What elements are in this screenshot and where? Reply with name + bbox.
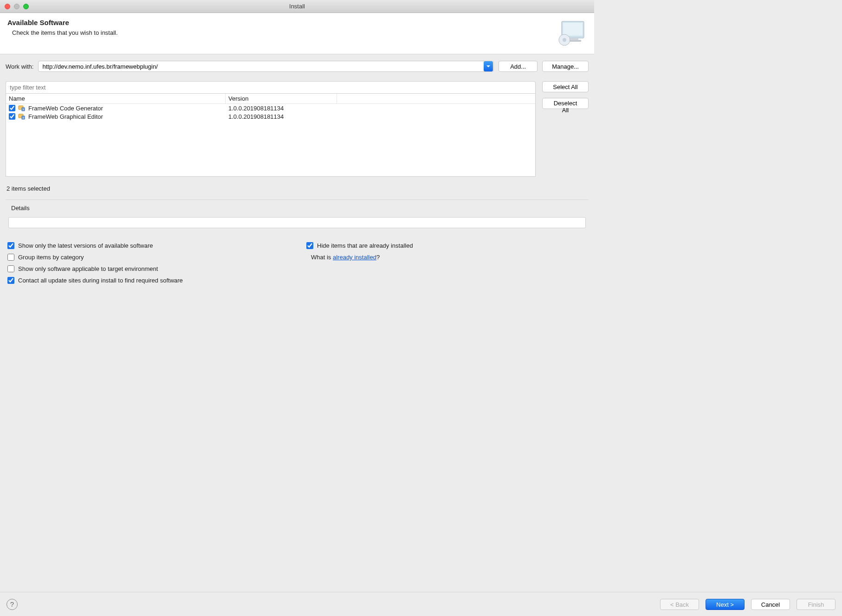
dialog-header: Available Software Check the items that …: [0, 13, 594, 54]
item-checkbox[interactable]: [9, 113, 15, 120]
details-group: Details: [6, 199, 589, 234]
opt-show-applicable[interactable]: Show only software applicable to target …: [7, 265, 288, 272]
item-version: 1.0.0.201908181134: [228, 105, 532, 112]
item-name: FrameWeb Code Generator: [28, 105, 103, 112]
table-row[interactable]: FrameWeb Code Generator 1.0.0.2019081811…: [6, 104, 535, 112]
filter-input[interactable]: [6, 81, 536, 93]
item-name: FrameWeb Graphical Editor: [28, 113, 103, 120]
work-with-label: Work with:: [6, 63, 33, 70]
deselect-all-button[interactable]: Deselect All: [542, 98, 589, 109]
col-version[interactable]: Version: [226, 94, 337, 103]
item-checkbox[interactable]: [9, 105, 15, 111]
titlebar: Install: [0, 0, 594, 13]
opt-contact-sites-checkbox[interactable]: [7, 277, 14, 284]
close-window-button[interactable]: [5, 4, 10, 9]
window-title: Install: [0, 3, 594, 10]
opt-contact-sites[interactable]: Contact all update sites during install …: [7, 277, 288, 284]
zoom-window-button[interactable]: [23, 4, 29, 9]
chevron-down-icon[interactable]: [484, 61, 493, 71]
opt-group-category[interactable]: Group items by category: [7, 254, 288, 261]
opt-group-category-checkbox[interactable]: [7, 254, 14, 261]
side-button-column: Select All Deselect All: [542, 81, 589, 177]
work-with-combo[interactable]: [38, 61, 494, 72]
software-tree[interactable]: Name Version FrameWeb Code Generator: [6, 93, 536, 177]
already-installed-hint: What is already installed?: [311, 254, 587, 261]
item-version: 1.0.0.201908181134: [228, 113, 532, 120]
manage-sites-button[interactable]: Manage...: [542, 61, 589, 72]
options-area: Show only the latest versions of availab…: [6, 234, 589, 292]
col-name[interactable]: Name: [6, 94, 226, 103]
svg-rect-1: [563, 23, 583, 36]
add-site-button[interactable]: Add...: [499, 61, 538, 72]
traffic-lights: [5, 4, 29, 9]
install-wizard-icon: [557, 19, 587, 48]
minimize-window-button[interactable]: [14, 4, 19, 9]
feature-icon: [18, 113, 26, 120]
tree-header: Name Version: [6, 94, 535, 104]
main-content: Work with: Add... Manage... Name Version: [0, 54, 594, 296]
details-text[interactable]: [8, 217, 586, 228]
page-subtitle: Check the items that you wish to install…: [7, 29, 118, 36]
software-table-area: Name Version FrameWeb Code Generator: [6, 81, 589, 177]
work-with-row: Work with: Add... Manage...: [6, 61, 589, 72]
details-label: Details: [11, 205, 586, 212]
select-all-button[interactable]: Select All: [542, 81, 589, 92]
feature-icon: [18, 104, 26, 112]
opt-show-latest[interactable]: Show only the latest versions of availab…: [7, 242, 288, 249]
opt-show-applicable-checkbox[interactable]: [7, 265, 14, 272]
svg-point-5: [563, 38, 566, 42]
work-with-input[interactable]: [39, 62, 483, 71]
already-installed-link[interactable]: already installed: [333, 254, 376, 261]
opt-show-latest-checkbox[interactable]: [7, 242, 14, 249]
opt-hide-installed[interactable]: Hide items that are already installed: [306, 242, 587, 249]
page-title: Available Software: [7, 19, 118, 26]
selection-status: 2 items selected: [6, 177, 589, 197]
table-row[interactable]: FrameWeb Graphical Editor 1.0.0.20190818…: [6, 112, 535, 121]
opt-hide-installed-checkbox[interactable]: [306, 242, 313, 249]
